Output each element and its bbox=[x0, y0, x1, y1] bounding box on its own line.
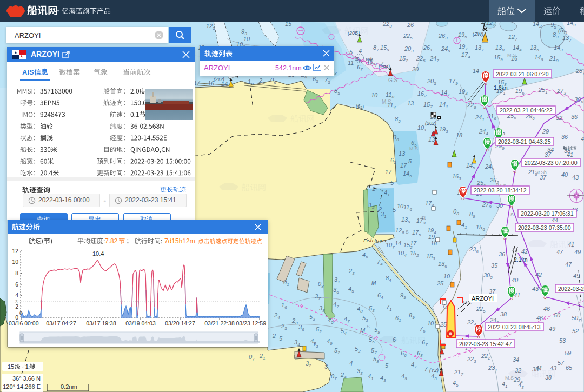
svg-text:13: 13 bbox=[407, 100, 414, 107]
svg-text:1.6kn: 1.6kn bbox=[494, 84, 508, 91]
svg-text:46: 46 bbox=[543, 305, 550, 312]
svg-text:7: 7 bbox=[424, 366, 428, 372]
svg-text:ARZOYI: ARZOYI bbox=[204, 64, 230, 72]
svg-text:37: 37 bbox=[545, 151, 552, 158]
svg-text:03/23 12:59: 03/23 12:59 bbox=[236, 320, 267, 327]
svg-text:25: 25 bbox=[436, 280, 444, 287]
svg-text:2022-03-23 07:20:00: 2022-03-23 07:20:00 bbox=[525, 160, 578, 166]
svg-text:36: 36 bbox=[571, 114, 578, 120]
svg-text:40: 40 bbox=[581, 136, 584, 142]
svg-text:2022-03-20 18:34:12: 2022-03-20 18:34:12 bbox=[474, 187, 527, 194]
svg-text:32: 32 bbox=[515, 367, 521, 374]
svg-text:47: 47 bbox=[565, 261, 572, 268]
svg-text:36: 36 bbox=[561, 134, 568, 140]
svg-text:44: 44 bbox=[552, 217, 558, 223]
svg-text:18: 18 bbox=[456, 132, 463, 138]
svg-text:M: M bbox=[537, 365, 542, 371]
svg-text:38: 38 bbox=[545, 374, 552, 381]
svg-text:M: M bbox=[371, 280, 376, 286]
svg-text:17: 17 bbox=[400, 162, 407, 169]
svg-text:46: 46 bbox=[536, 315, 543, 321]
svg-text:(202): (202) bbox=[425, 121, 436, 126]
svg-text:M.S: M.S bbox=[382, 99, 391, 105]
svg-text:· 1: · 1 bbox=[22, 363, 29, 370]
svg-text:ARZOYI: ARZOYI bbox=[472, 295, 494, 302]
svg-text:2022-03-23 07:35:00: 2022-03-23 07:35:00 bbox=[518, 224, 571, 231]
svg-text:30: 30 bbox=[496, 202, 503, 209]
svg-text:S: S bbox=[367, 324, 370, 329]
svg-text:14: 14 bbox=[395, 240, 401, 247]
svg-text:M.S: M.S bbox=[409, 146, 418, 151]
svg-text:2022-03-21 06:07:20: 2022-03-21 06:07:20 bbox=[496, 71, 549, 77]
svg-text:6: 6 bbox=[393, 336, 396, 343]
svg-text:50: 50 bbox=[554, 312, 561, 318]
svg-text:Wk: Wk bbox=[366, 57, 373, 62]
svg-text:03/21 22:38: 03/21 22:38 bbox=[204, 320, 235, 327]
svg-text:5: 5 bbox=[385, 362, 389, 369]
svg-text:47: 47 bbox=[556, 249, 563, 255]
svg-text:2022-03-23 15:42:47: 2022-03-23 15:42:47 bbox=[459, 341, 512, 347]
svg-text:G.S: G.S bbox=[388, 77, 398, 83]
svg-text:25: 25 bbox=[440, 321, 447, 328]
svg-text:35: 35 bbox=[491, 262, 498, 269]
svg-text:13: 13 bbox=[428, 136, 435, 143]
svg-text:3: 3 bbox=[15, 299, 18, 304]
svg-text:52: 52 bbox=[572, 328, 579, 334]
svg-text:10.4: 10.4 bbox=[92, 250, 104, 257]
svg-text:34: 34 bbox=[513, 356, 519, 363]
svg-text:St: St bbox=[421, 215, 426, 221]
svg-text:*: * bbox=[350, 105, 352, 111]
svg-text:03/17 04:27: 03/17 04:27 bbox=[46, 320, 76, 327]
svg-text:2022-03-23 08:45:13: 2022-03-23 08:45:13 bbox=[488, 324, 541, 330]
svg-text:49: 49 bbox=[574, 249, 581, 255]
svg-text:Fish traps: Fish traps bbox=[363, 237, 386, 243]
svg-text:15: 15 bbox=[8, 363, 14, 370]
svg-text:10: 10 bbox=[371, 92, 378, 98]
svg-text:4: 4 bbox=[349, 360, 353, 367]
svg-text:(ZW): (ZW) bbox=[473, 31, 483, 37]
svg-text:1: 1 bbox=[372, 185, 375, 192]
svg-text:6: 6 bbox=[15, 281, 18, 288]
svg-text:43: 43 bbox=[572, 174, 579, 181]
svg-text:S: S bbox=[406, 229, 409, 235]
svg-text:17: 17 bbox=[385, 169, 392, 175]
svg-text:26: 26 bbox=[407, 22, 414, 28]
svg-text:20: 20 bbox=[412, 66, 419, 72]
svg-text:2022-03-21 04:46:22: 2022-03-21 04:46:22 bbox=[500, 107, 553, 114]
svg-text:7.82: 7.82 bbox=[105, 237, 118, 245]
svg-text:03/17 19:38: 03/17 19:38 bbox=[86, 320, 116, 327]
svg-text:5: 5 bbox=[408, 158, 412, 164]
svg-text:14: 14 bbox=[473, 68, 479, 74]
svg-text:2022-03-20 17:06:31: 2022-03-20 17:06:31 bbox=[521, 210, 574, 217]
svg-text:59: 59 bbox=[565, 350, 571, 356]
svg-text:M.S: M.S bbox=[507, 52, 516, 58]
svg-text:(204): (204) bbox=[379, 64, 390, 69]
svg-text:4: 4 bbox=[359, 48, 362, 54]
svg-text:St.Sh: St.Sh bbox=[535, 170, 547, 175]
svg-text:(20B): (20B) bbox=[348, 30, 360, 36]
svg-text:43: 43 bbox=[550, 365, 557, 371]
svg-text:49: 49 bbox=[549, 325, 555, 332]
svg-text:12: 12 bbox=[12, 248, 18, 254]
svg-text:41: 41 bbox=[567, 151, 573, 158]
svg-text:36: 36 bbox=[499, 251, 506, 257]
svg-text:13: 13 bbox=[399, 150, 406, 157]
svg-text:53: 53 bbox=[559, 337, 566, 344]
svg-text:40: 40 bbox=[561, 171, 568, 178]
svg-text:38: 38 bbox=[500, 311, 507, 317]
svg-text:M.S: M.S bbox=[505, 375, 514, 381]
svg-text:10: 10 bbox=[427, 320, 434, 327]
svg-text:43: 43 bbox=[532, 285, 539, 292]
svg-text:5: 5 bbox=[393, 207, 396, 213]
svg-text:29: 29 bbox=[542, 128, 549, 135]
svg-text:17: 17 bbox=[410, 240, 417, 247]
svg-text:10: 10 bbox=[243, 36, 250, 42]
svg-text:542.1nm: 542.1nm bbox=[275, 64, 302, 72]
svg-text:0.2nm: 0.2nm bbox=[61, 383, 77, 390]
svg-text:2022-03-21 04:43:25: 2022-03-21 04:43:25 bbox=[498, 138, 551, 145]
svg-text:AIS: AIS bbox=[22, 68, 34, 76]
svg-text:(Y2): (Y2) bbox=[429, 368, 439, 373]
svg-text:M: M bbox=[360, 327, 366, 334]
svg-text:5: 5 bbox=[349, 49, 353, 55]
svg-text:65: 65 bbox=[566, 364, 573, 371]
